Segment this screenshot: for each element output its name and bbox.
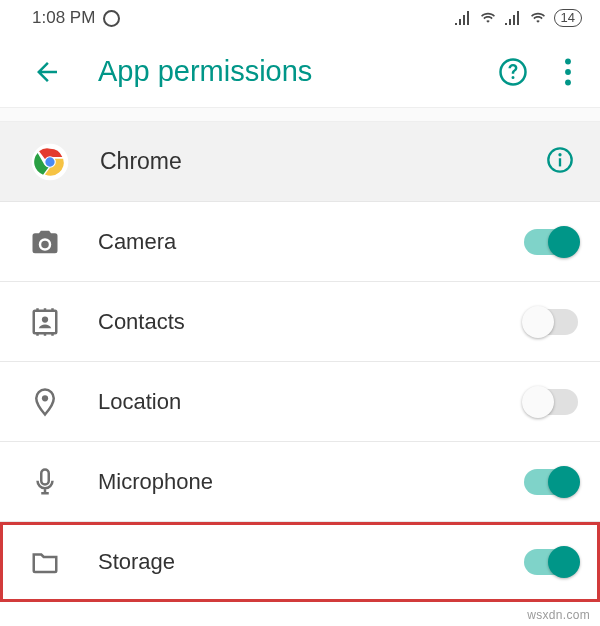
svg-point-1: [565, 58, 571, 64]
toggle-camera[interactable]: [524, 229, 578, 255]
svg-point-2: [565, 69, 571, 75]
permission-row-microphone: Microphone: [0, 442, 600, 522]
contacts-icon: [28, 305, 62, 339]
microphone-icon: [28, 465, 62, 499]
app-info-button[interactable]: [542, 142, 578, 181]
permission-label-microphone: Microphone: [62, 469, 524, 495]
back-button[interactable]: [28, 53, 66, 91]
toggle-location[interactable]: [524, 389, 578, 415]
permission-label-contacts: Contacts: [62, 309, 524, 335]
wifi-icon-2: [528, 11, 548, 25]
info-icon: [546, 146, 574, 174]
overflow-menu-button[interactable]: [560, 54, 576, 90]
assistant-ring-icon: [103, 10, 120, 27]
status-time: 1:08 PM: [32, 8, 95, 28]
help-button[interactable]: [494, 53, 532, 91]
svg-point-8: [558, 153, 561, 156]
app-header-row: Chrome: [0, 122, 600, 202]
status-indicators: 14: [454, 9, 582, 27]
permission-row-storage: Storage: [0, 522, 600, 602]
permission-label-camera: Camera: [62, 229, 524, 255]
permission-row-contacts: Contacts: [0, 282, 600, 362]
signal-icon-2: [504, 11, 522, 25]
permission-row-location: Location: [0, 362, 600, 442]
toggle-contacts[interactable]: [524, 309, 578, 335]
back-icon: [32, 57, 62, 87]
location-icon: [28, 385, 62, 419]
battery-indicator: 14: [554, 9, 582, 27]
camera-icon: [28, 225, 62, 259]
help-icon: [498, 57, 528, 87]
toggle-microphone[interactable]: [524, 469, 578, 495]
watermark: wsxdn.com: [527, 608, 590, 622]
status-bar: 1:08 PM 14: [0, 0, 600, 36]
app-bar: App permissions: [0, 36, 600, 108]
section-gap: [0, 108, 600, 122]
chrome-icon: [30, 142, 70, 182]
page-title: App permissions: [66, 55, 494, 88]
permission-row-camera: Camera: [0, 202, 600, 282]
app-name: Chrome: [70, 148, 542, 175]
toggle-storage[interactable]: [524, 549, 578, 575]
wifi-icon: [478, 11, 498, 25]
svg-rect-9: [559, 158, 561, 166]
permission-list: CameraContactsLocationMicrophoneStorage: [0, 202, 600, 602]
permission-label-location: Location: [62, 389, 524, 415]
svg-point-3: [565, 79, 571, 85]
signal-icon: [454, 11, 472, 25]
storage-icon: [28, 545, 62, 579]
permission-label-storage: Storage: [62, 549, 524, 575]
overflow-menu-icon: [564, 58, 572, 86]
